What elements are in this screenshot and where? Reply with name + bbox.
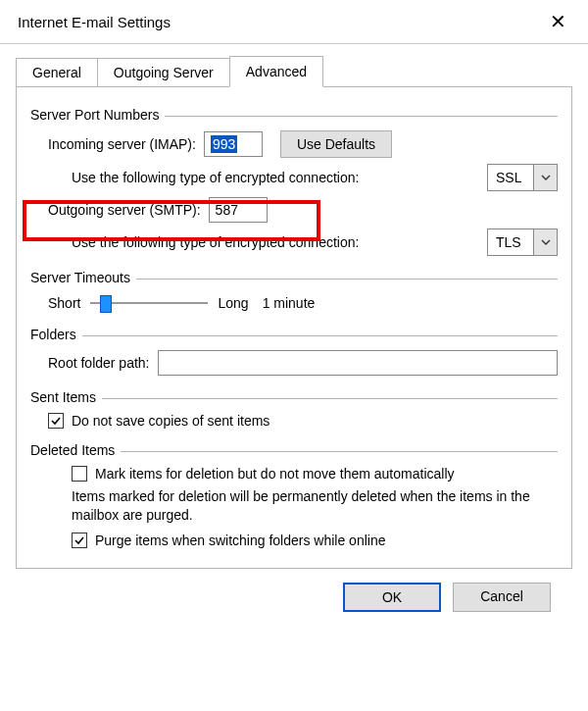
purge-checkbox[interactable]	[72, 533, 87, 548]
check-icon	[74, 534, 85, 546]
divider	[82, 335, 558, 336]
divider	[121, 451, 558, 452]
group-deleted-label: Deleted Items	[30, 442, 121, 458]
titlebar: Internet E-mail Settings ✕	[0, 0, 588, 44]
divider	[165, 116, 558, 117]
chevron-down-icon	[533, 165, 557, 190]
outgoing-enc-value: TLS	[488, 234, 533, 250]
outgoing-enc-select[interactable]: TLS	[487, 229, 558, 256]
slider-thumb[interactable]	[100, 295, 112, 313]
tab-general[interactable]: General	[16, 58, 98, 87]
close-icon[interactable]: ✕	[542, 8, 574, 35]
timeout-slider[interactable]	[90, 293, 208, 313]
group-ports-label: Server Port Numbers	[30, 107, 165, 123]
mark-checkbox[interactable]	[72, 466, 87, 482]
tab-strip: General Outgoing Server Advanced	[16, 56, 572, 87]
incoming-enc-select[interactable]: SSL	[487, 164, 558, 191]
group-folders-label: Folders	[30, 327, 82, 342]
check-icon	[50, 415, 62, 427]
ok-button[interactable]: OK	[343, 583, 441, 612]
window-title: Internet E-mail Settings	[18, 14, 171, 30]
cancel-button[interactable]: Cancel	[453, 583, 551, 612]
incoming-port-value: 993	[211, 135, 237, 153]
outgoing-label: Outgoing server (SMTP):	[48, 202, 201, 218]
purge-label: Purge items when switching folders while…	[95, 533, 385, 548]
tab-advanced[interactable]: Advanced	[229, 56, 323, 87]
outgoing-port-input[interactable]: 587	[209, 197, 268, 223]
incoming-enc-value: SSL	[488, 170, 533, 185]
tab-panel-advanced: Server Port Numbers Incoming server (IMA…	[16, 86, 572, 569]
group-sent-label: Sent Items	[30, 389, 102, 405]
nosave-checkbox[interactable]	[48, 413, 64, 429]
outgoing-port-value: 587	[216, 202, 238, 218]
incoming-enc-label: Use the following type of encrypted conn…	[72, 170, 359, 185]
divider	[136, 279, 558, 279]
group-timeouts-label: Server Timeouts	[30, 270, 136, 285]
timeout-short-label: Short	[48, 295, 80, 311]
outgoing-enc-label: Use the following type of encrypted conn…	[72, 234, 359, 250]
mark-note: Items marked for deletion will be perman…	[30, 487, 558, 525]
use-defaults-button[interactable]: Use Defaults	[280, 130, 392, 158]
incoming-port-input[interactable]: 993	[204, 131, 263, 157]
chevron-down-icon	[533, 229, 557, 255]
mark-label: Mark items for deletion but do not move …	[95, 466, 455, 482]
root-folder-input[interactable]	[158, 350, 558, 376]
incoming-label: Incoming server (IMAP):	[48, 136, 196, 152]
tab-outgoing-server[interactable]: Outgoing Server	[97, 58, 230, 87]
timeout-long-label: Long	[218, 295, 248, 311]
divider	[102, 398, 558, 399]
root-folder-label: Root folder path:	[48, 355, 150, 371]
nosave-label: Do not save copies of sent items	[72, 413, 270, 429]
timeout-value: 1 minute	[263, 295, 316, 311]
